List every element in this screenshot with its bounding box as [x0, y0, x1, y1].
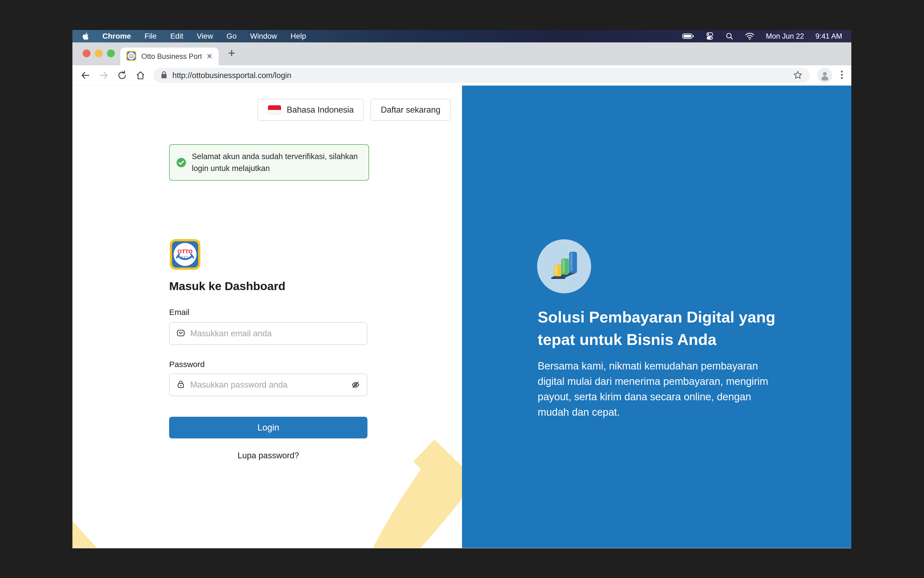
zoom-window-button[interactable] [107, 49, 115, 57]
logo-word: OTTO [177, 248, 192, 255]
menubar-item-window[interactable]: Window [250, 32, 277, 41]
lock-icon[interactable] [161, 71, 167, 80]
back-icon[interactable] [80, 70, 91, 81]
menubar-item-chrome[interactable]: Chrome [102, 32, 131, 41]
login-panel: Bahasa Indonesia Daftar sekarang Selamat… [72, 86, 462, 548]
browser-toolbar: http://ottobusinessportal.com/login [72, 65, 851, 86]
home-icon[interactable] [135, 70, 146, 81]
eye-off-icon[interactable] [351, 380, 361, 390]
login-button[interactable]: Login [169, 417, 367, 438]
password-field[interactable] [169, 373, 367, 396]
close-window-button[interactable] [83, 49, 91, 57]
language-label: Bahasa Indonesia [287, 105, 354, 115]
language-selector-button[interactable]: Bahasa Indonesia [258, 99, 364, 121]
page-content: Bahasa Indonesia Daftar sekarang Selamat… [72, 86, 851, 548]
success-alert-text: Selamat akun anda sudah terverifikasi, s… [192, 151, 362, 174]
reload-icon[interactable] [117, 70, 128, 81]
profile-icon[interactable] [817, 68, 832, 83]
hero-heading: Solusi Pembayaran Digital yang tepat unt… [538, 306, 794, 351]
search-icon[interactable] [726, 32, 734, 40]
form-heading: Masuk ke Dashboard [169, 279, 285, 293]
tab-title: Otto Business Portal [141, 52, 201, 61]
indonesia-flag-icon [268, 105, 281, 115]
menubar-time: 9:41 AM [815, 32, 842, 41]
menubar-item-help[interactable]: Help [291, 32, 306, 41]
minimize-window-button[interactable] [95, 49, 103, 57]
tab-favicon-otto-logo-icon: OTTOPAY [126, 51, 136, 62]
check-circle-icon [176, 157, 187, 168]
mac-screen: Chrome File Edit View Go Window Help Mon… [72, 30, 851, 548]
password-label: Password [169, 360, 205, 369]
envelope-icon [176, 328, 185, 339]
menubar-item-edit[interactable]: Edit [170, 32, 183, 41]
register-button[interactable]: Daftar sekarang [370, 99, 451, 121]
wifi-icon[interactable] [745, 32, 755, 40]
url-text[interactable]: http://ottobusinessportal.com/login [172, 71, 788, 80]
control-center-icon[interactable] [705, 32, 714, 41]
star-icon[interactable] [793, 70, 803, 81]
top-actions: Bahasa Indonesia Daftar sekarang [258, 99, 451, 121]
menubar-date: Mon Jun 22 [766, 32, 804, 41]
register-label: Daftar sekarang [381, 105, 440, 115]
menubar-item-go[interactable]: Go [226, 32, 236, 41]
battery-icon[interactable] [682, 33, 694, 39]
window-controls [83, 49, 115, 57]
three-dot-menu-icon[interactable] [840, 70, 844, 81]
forgot-password-link[interactable]: Lupa password? [169, 451, 367, 461]
menubar-item-file[interactable]: File [145, 32, 157, 41]
email-input[interactable] [190, 328, 361, 339]
svg-text:OTTO: OTTO [129, 54, 134, 56]
apple-icon[interactable] [81, 32, 89, 41]
padlock-icon [176, 380, 185, 390]
email-field[interactable] [169, 322, 367, 345]
macos-menubar: Chrome File Edit View Go Window Help Mon… [72, 30, 851, 42]
ottopay-logo: OTTO PAY [169, 239, 201, 270]
forward-icon[interactable] [98, 70, 109, 81]
email-label: Email [169, 308, 189, 317]
hero-panel: Solusi Pembayaran Digital yang tepat unt… [462, 86, 851, 548]
hero-body: Bersama kami, nikmati kemudahan pembayar… [538, 359, 781, 420]
success-alert: Selamat akun anda sudah terverifikasi, s… [169, 144, 369, 181]
bar-chart-3d-icon [537, 239, 591, 293]
close-tab-icon[interactable]: ✕ [206, 53, 213, 60]
password-input[interactable] [190, 380, 346, 390]
menubar-item-view[interactable]: View [196, 32, 213, 41]
browser-tab[interactable]: OTTOPAY Otto Business Portal ✕ [120, 47, 219, 65]
tab-strip: OTTOPAY Otto Business Portal ✕ + [72, 42, 851, 65]
address-bar[interactable]: http://ottobusinessportal.com/login [153, 68, 810, 83]
new-tab-icon[interactable]: + [228, 45, 235, 60]
